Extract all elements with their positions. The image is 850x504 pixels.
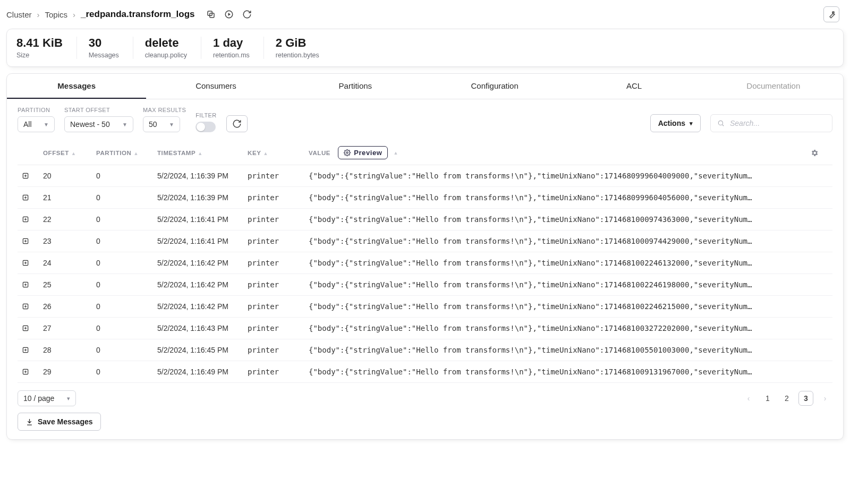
cell-timestamp: 5/2/2024, 1:16:41 PM bbox=[153, 209, 243, 230]
table-row: 2305/2/2024, 1:16:41 PMprinter{"body":{"… bbox=[18, 230, 832, 252]
cell-value: {"body":{"stringValue":"Hello from trans… bbox=[304, 296, 806, 318]
cell-timestamp: 5/2/2024, 1:16:49 PM bbox=[153, 361, 243, 383]
stat-size-label: Size bbox=[16, 52, 63, 59]
max-results-label: MAX RESULTS bbox=[143, 107, 186, 113]
partition-label: PARTITION bbox=[18, 107, 55, 113]
cell-key: printer bbox=[243, 252, 304, 274]
cell-offset: 28 bbox=[39, 339, 92, 361]
main-panel: Messages Consumers Partitions Configurat… bbox=[6, 73, 844, 440]
cell-value: {"body":{"stringValue":"Hello from trans… bbox=[304, 274, 806, 296]
copy-icon[interactable] bbox=[206, 9, 216, 20]
cell-partition: 0 bbox=[92, 165, 153, 187]
cell-key: printer bbox=[243, 274, 304, 296]
tab-acl[interactable]: ACL bbox=[564, 74, 703, 99]
col-key[interactable]: KEY▲ bbox=[243, 141, 304, 165]
cell-value: {"body":{"stringValue":"Hello from trans… bbox=[304, 361, 806, 383]
expand-row-icon[interactable] bbox=[18, 230, 39, 252]
actions-button[interactable]: Actions ▾ bbox=[650, 114, 701, 132]
download-icon bbox=[26, 418, 33, 426]
expand-row-icon[interactable] bbox=[18, 187, 39, 209]
page-next[interactable]: › bbox=[818, 391, 832, 405]
gear-icon[interactable] bbox=[810, 149, 828, 157]
save-messages-label: Save Messages bbox=[38, 417, 93, 426]
topic-tabs: Messages Consumers Partitions Configurat… bbox=[7, 74, 843, 99]
table-row: 2905/2/2024, 1:16:49 PMprinter{"body":{"… bbox=[18, 361, 832, 383]
message-controls: PARTITION All ▼ START OFFSET Newest - 50… bbox=[7, 99, 843, 138]
cell-key: printer bbox=[243, 165, 304, 187]
col-timestamp[interactable]: TIMESTAMP▲ bbox=[153, 141, 243, 165]
expand-row-icon[interactable] bbox=[18, 209, 39, 230]
breadcrumb-current: _redpanda.transform_logs bbox=[81, 9, 194, 20]
cell-offset: 20 bbox=[39, 165, 92, 187]
stat-retms-value: 1 day bbox=[213, 37, 250, 49]
breadcrumb-topics[interactable]: Topics bbox=[45, 10, 68, 19]
cell-key: printer bbox=[243, 339, 304, 361]
expand-row-icon[interactable] bbox=[18, 252, 39, 274]
save-messages-button[interactable]: Save Messages bbox=[18, 413, 101, 431]
max-results-select[interactable]: 50 ▼ bbox=[143, 116, 180, 132]
cell-value: {"body":{"stringValue":"Hello from trans… bbox=[304, 252, 806, 274]
play-icon[interactable] bbox=[224, 9, 234, 20]
refresh-icon[interactable] bbox=[242, 9, 252, 20]
tab-partitions[interactable]: Partitions bbox=[286, 74, 425, 99]
settings-wrench-icon[interactable] bbox=[823, 6, 839, 22]
cell-value: {"body":{"stringValue":"Hello from trans… bbox=[304, 165, 806, 187]
col-partition[interactable]: PARTITION▲ bbox=[92, 141, 153, 165]
stat-retbytes-value: 2 GiB bbox=[276, 37, 319, 49]
search-icon bbox=[717, 119, 725, 127]
breadcrumb-cluster[interactable]: Cluster bbox=[6, 10, 32, 19]
table-row: 2005/2/2024, 1:16:39 PMprinter{"body":{"… bbox=[18, 165, 832, 187]
col-offset[interactable]: OFFSET▲ bbox=[39, 141, 92, 165]
table-row: 2605/2/2024, 1:16:42 PMprinter{"body":{"… bbox=[18, 296, 832, 318]
cell-value: {"body":{"stringValue":"Hello from trans… bbox=[304, 339, 806, 361]
svg-point-5 bbox=[346, 152, 348, 153]
table-row: 2505/2/2024, 1:16:42 PMprinter{"body":{"… bbox=[18, 274, 832, 296]
cell-offset: 29 bbox=[39, 361, 92, 383]
sort-icon: ▲ bbox=[134, 151, 139, 156]
refresh-button[interactable] bbox=[226, 115, 248, 132]
page-1[interactable]: 1 bbox=[760, 391, 775, 405]
cell-partition: 0 bbox=[92, 209, 153, 230]
search-input[interactable] bbox=[729, 118, 826, 128]
table-row: 2205/2/2024, 1:16:41 PMprinter{"body":{"… bbox=[18, 209, 832, 230]
cell-timestamp: 5/2/2024, 1:16:42 PM bbox=[153, 296, 243, 318]
chevron-right-icon: › bbox=[37, 10, 40, 19]
stat-size-value: 8.41 KiB bbox=[16, 37, 63, 49]
expand-row-icon[interactable] bbox=[18, 274, 39, 296]
partition-select[interactable]: All ▼ bbox=[18, 116, 55, 132]
pagination: ‹ 1 2 3 › bbox=[741, 391, 832, 406]
expand-row-icon[interactable] bbox=[18, 165, 39, 187]
tab-documentation[interactable]: Documentation bbox=[704, 74, 843, 99]
expand-row-icon[interactable] bbox=[18, 296, 39, 318]
cell-key: printer bbox=[243, 318, 304, 339]
sort-icon: ▲ bbox=[393, 150, 398, 156]
partition-value: All bbox=[23, 120, 32, 129]
col-value: VALUE Preview ▲ bbox=[304, 141, 806, 165]
cell-key: printer bbox=[243, 209, 304, 230]
start-offset-label: START OFFSET bbox=[64, 107, 133, 113]
tab-messages[interactable]: Messages bbox=[7, 74, 146, 99]
cell-offset: 24 bbox=[39, 252, 92, 274]
cell-partition: 0 bbox=[92, 274, 153, 296]
caret-down-icon: ▼ bbox=[169, 122, 174, 127]
page-size-value: 10 / page bbox=[23, 394, 54, 403]
table-row: 2405/2/2024, 1:16:42 PMprinter{"body":{"… bbox=[18, 252, 832, 274]
expand-row-icon[interactable] bbox=[18, 318, 39, 339]
cell-partition: 0 bbox=[92, 296, 153, 318]
tab-consumers[interactable]: Consumers bbox=[146, 74, 285, 99]
cell-timestamp: 5/2/2024, 1:16:43 PM bbox=[153, 318, 243, 339]
page-prev[interactable]: ‹ bbox=[741, 391, 756, 405]
filter-toggle[interactable] bbox=[196, 122, 216, 132]
search-input-wrapper[interactable] bbox=[710, 114, 832, 132]
expand-row-icon[interactable] bbox=[18, 361, 39, 383]
start-offset-select[interactable]: Newest - 50 ▼ bbox=[64, 116, 133, 132]
page-3[interactable]: 3 bbox=[798, 391, 813, 406]
svg-point-4 bbox=[718, 121, 722, 125]
page-size-select[interactable]: 10 / page ▾ bbox=[18, 390, 76, 406]
page-2[interactable]: 2 bbox=[779, 391, 794, 405]
tab-configuration[interactable]: Configuration bbox=[425, 74, 564, 99]
expand-row-icon[interactable] bbox=[18, 339, 39, 361]
preview-button[interactable]: Preview bbox=[338, 146, 388, 159]
cell-offset: 27 bbox=[39, 318, 92, 339]
messages-table: OFFSET▲ PARTITION▲ TIMESTAMP▲ KEY▲ VALUE… bbox=[18, 141, 832, 383]
